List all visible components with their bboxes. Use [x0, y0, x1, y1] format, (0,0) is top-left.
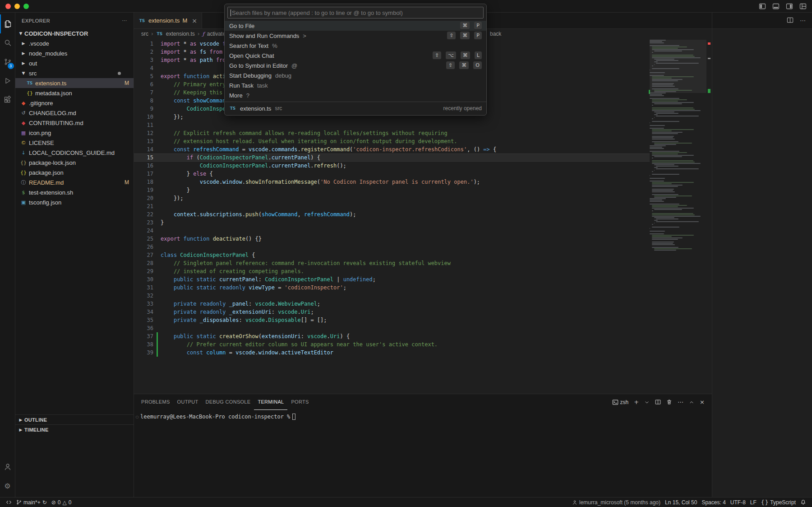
breadcrumb-tail[interactable]: back [490, 29, 501, 39]
extensions-icon[interactable] [0, 90, 15, 109]
minimap[interactable] [650, 40, 706, 394]
panel-tab-debug-console[interactable]: DEBUG CONSOLE [202, 394, 254, 410]
panel-more-actions-icon[interactable]: ⋯ [678, 399, 683, 405]
code-line-27[interactable]: 27class CodiconInspectorPanel { [134, 251, 650, 259]
quick-open-input[interactable] [232, 9, 480, 16]
terminal-shell-selector[interactable]: zsh [612, 399, 629, 405]
minimize-window-button[interactable] [14, 4, 20, 9]
panel-tab-terminal[interactable]: TERMINAL [254, 394, 287, 410]
tree-item-test-extension-sh[interactable]: $test-extension.sh [15, 187, 134, 197]
customize-layout-icon[interactable] [799, 3, 807, 10]
outline-section[interactable]: ▶ OUTLINE [15, 414, 134, 424]
explorer-more-actions-icon[interactable]: ⋯ [122, 18, 127, 23]
toggle-primary-sidebar-icon[interactable] [759, 3, 766, 10]
tree-item-contributing-md[interactable]: ◆CONTRIBUTING.md [15, 118, 134, 128]
tree-item-readme-md[interactable]: ⓘREADME.mdM [15, 177, 134, 187]
cursor-position-item[interactable]: Ln 15, Col 50 [663, 498, 699, 507]
code-line-16[interactable]: 16 CodiconInspectorPanel.currentPanel.re… [134, 162, 650, 170]
language-mode-item[interactable]: { } TypeScript [759, 498, 798, 507]
terminal-dropdown-chevron-icon[interactable] [644, 400, 650, 405]
search-icon[interactable] [0, 33, 15, 52]
close-window-button[interactable] [5, 4, 11, 9]
tree-item-extension-ts[interactable]: TSextension.tsM [15, 78, 134, 88]
code-line-13[interactable]: 13 // extension host reload. Useful when… [134, 137, 650, 145]
maximize-panel-chevron-icon[interactable] [689, 400, 694, 405]
notifications-bell-icon[interactable] [798, 498, 808, 507]
new-terminal-icon[interactable]: + [634, 399, 639, 405]
code-line-37[interactable]: 37 public static createOrShow(extensionU… [134, 332, 650, 340]
split-terminal-icon[interactable] [655, 399, 661, 405]
account-icon[interactable] [0, 457, 15, 476]
code-line-25[interactable]: 25export function deactivate() {} [134, 235, 650, 243]
code-line-20[interactable]: 20 }); [134, 194, 650, 202]
tree-item-package-lock-json[interactable]: {}package-lock.json [15, 158, 134, 167]
explorer-icon[interactable] [0, 14, 15, 33]
code-line-28[interactable]: 28 // Singleton panel reference: command… [134, 259, 650, 267]
quick-open-item-show-and-run-commands[interactable]: Show and Run Commands>⇧⌘P [225, 31, 486, 41]
tree-item-src[interactable]: ▼src [15, 68, 134, 78]
tree-item-icon-png[interactable]: ▦icon.png [15, 128, 134, 138]
quick-open-item-go-to-file[interactable]: Go to File⌘P [225, 21, 486, 31]
run-debug-icon[interactable] [0, 71, 15, 90]
toggle-secondary-sidebar-icon[interactable] [786, 3, 793, 10]
code-line-30[interactable]: 30 public static currentPanel: CodiconIn… [134, 275, 650, 284]
quick-open-item-search-for-text[interactable]: Search for Text% [225, 41, 486, 51]
code-line-19[interactable]: 19 } [134, 186, 650, 194]
toggle-panel-icon[interactable] [772, 3, 780, 10]
tree-item-out[interactable]: ▶out [15, 58, 134, 68]
code-line-31[interactable]: 31 public static readonly viewType = 'co… [134, 284, 650, 292]
code-line-38[interactable]: 38 // Prefer current editor column so UI… [134, 340, 650, 349]
panel-tab-problems[interactable]: PROBLEMS [138, 394, 174, 410]
tab-extension-ts[interactable]: TS extension.ts M × [134, 13, 202, 28]
terminal-view[interactable]: ○ leemurray@Lees-MacBook-Pro codicon-ins… [134, 410, 712, 421]
source-control-icon[interactable]: 3 [0, 52, 15, 71]
breadcrumb-item-file[interactable]: extension.ts [166, 31, 195, 37]
code-line-22[interactable]: 22 context.subscriptions.push(showComman… [134, 210, 650, 219]
code-line-24[interactable]: 24 [134, 227, 650, 235]
code-line-11[interactable]: 11 [134, 121, 650, 129]
quick-open-item-go-to-symbol-in-editor[interactable]: Go to Symbol in Editor@⇧⌘O [225, 60, 486, 70]
panel-tab-output[interactable]: OUTPUT [174, 394, 202, 410]
tree-item-node-modules[interactable]: ▶node_modules [15, 48, 134, 58]
remote-indicator[interactable] [4, 498, 14, 507]
breadcrumb-item-symbol[interactable]: activate [207, 31, 226, 37]
kill-terminal-icon[interactable] [666, 399, 672, 405]
code-line-12[interactable]: 12 // Explicit refresh command allows re… [134, 129, 650, 137]
command-decoration-icon[interactable]: ○ [134, 415, 140, 419]
code-line-34[interactable]: 34 private readonly _extensionUri: vscod… [134, 308, 650, 316]
quick-open-item-extension-ts[interactable]: TSextension.tssrcrecently opened [225, 103, 486, 113]
settings-gear-icon[interactable]: ⚙ [0, 476, 15, 495]
quick-open-item-start-debugging[interactable]: Start Debuggingdebug [225, 70, 486, 80]
code-line-15[interactable]: 15 if (CodiconInspectorPanel.currentPane… [134, 153, 650, 162]
tree-item-package-json[interactable]: {}package.json [15, 167, 134, 177]
indentation-item[interactable]: Spaces: 4 [699, 498, 728, 507]
panel-tab-ports[interactable]: PORTS [287, 394, 312, 410]
zoom-window-button[interactable] [23, 4, 29, 9]
code-line-36[interactable]: 36 [134, 324, 650, 332]
code-line-39[interactable]: 39 const column = vscode.window.activeTe… [134, 349, 650, 357]
tree-item-vscode[interactable]: ▶.vscode [15, 38, 134, 48]
quick-open-item-open-quick-chat[interactable]: Open Quick Chat⇧⌥⌘L [225, 51, 486, 60]
tree-item-license[interactable]: ©LICENSE [15, 138, 134, 148]
code-line-29[interactable]: 29 // instead of creating competing pane… [134, 267, 650, 275]
tab-close-icon[interactable]: × [192, 17, 197, 24]
encoding-item[interactable]: UTF-8 [728, 498, 748, 507]
split-editor-icon[interactable] [787, 17, 794, 25]
tree-item-gitignore[interactable]: ◆.gitignore [15, 98, 134, 108]
breadcrumb-item-src[interactable]: src [141, 31, 148, 37]
quick-open-item-more[interactable]: More? [225, 90, 486, 100]
tree-item-tsconfig-json[interactable]: ▣tsconfig.json [15, 197, 134, 207]
eol-item[interactable]: LF [748, 498, 759, 507]
tree-item-metadata-json[interactable]: {}metadata.json [15, 88, 134, 98]
tree-item-changelog-md[interactable]: ↺CHANGELOG.md [15, 108, 134, 118]
code-line-26[interactable]: 26 [134, 243, 650, 251]
code-line-17[interactable]: 17 } else { [134, 170, 650, 178]
workspace-root-row[interactable]: ▼ CODICON-INSPECTOR [15, 28, 134, 38]
code-line-32[interactable]: 32 [134, 292, 650, 300]
tree-item-local-codicons-guide-md[interactable]: ↓LOCAL_CODICONS_GUIDE.md [15, 148, 134, 158]
code-line-23[interactable]: 23} [134, 219, 650, 227]
code-line-18[interactable]: 18 vscode.window.showInformationMessage(… [134, 178, 650, 186]
sync-icon[interactable]: ↻ [42, 499, 47, 506]
overview-ruler[interactable] [706, 39, 712, 394]
close-panel-icon[interactable]: × [700, 399, 705, 405]
